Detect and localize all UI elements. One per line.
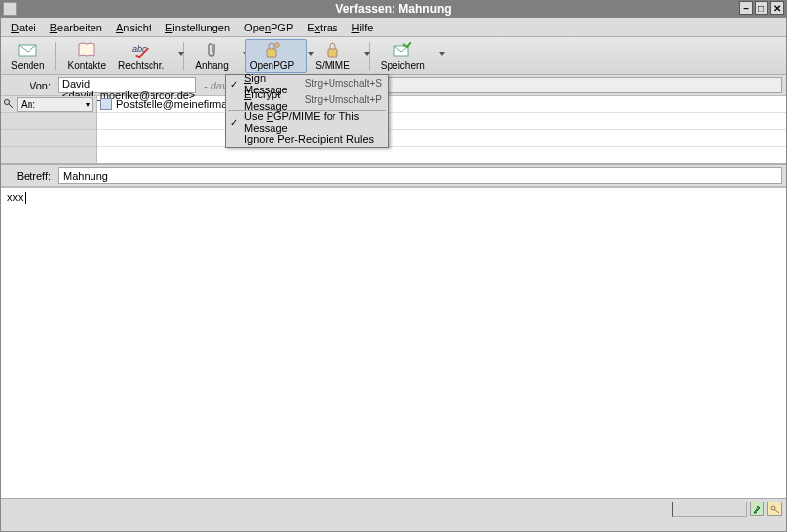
svg-line-9 <box>774 509 779 513</box>
paperclip-icon <box>202 41 221 59</box>
chevron-down-icon: ▾ <box>86 100 90 109</box>
menu-ansicht[interactable]: Ansicht <box>110 21 157 34</box>
spellcheck-button[interactable]: abc Rechtschr. <box>114 40 176 72</box>
minimize-button[interactable]: – <box>739 1 753 15</box>
menu-hilfe[interactable]: Hilfe <box>345 21 379 34</box>
attach-button[interactable]: Anhang <box>191 40 240 72</box>
menu-label: Ope <box>244 22 265 33</box>
menu-label: atei <box>19 22 36 33</box>
menu-shortcut: Strg+Umschalt+S <box>305 78 382 89</box>
menu-item-ignore-rules[interactable]: Ignore Per-Recipient Rules <box>226 130 388 147</box>
from-select[interactable]: David <david_moerike@arcor.de> <box>58 77 196 93</box>
menu-einstellungen[interactable]: Einstellungen <box>159 21 236 34</box>
window-title: Verfassen: Mahnung <box>0 2 787 16</box>
subject-row: Betreff: <box>1 165 786 187</box>
toolbar: Senden Kontakte abc Rechtschr. Anhang <box>1 37 786 75</box>
save-button[interactable]: Speichern <box>377 40 437 72</box>
svg-rect-2 <box>267 49 276 57</box>
recipient-row[interactable] <box>97 113 786 130</box>
dropdown-arrow-icon[interactable] <box>364 52 370 56</box>
menu-item-pgpmime[interactable]: ✓ Use PGP/MIME for This Message <box>226 113 388 130</box>
menu-item-encrypt[interactable]: Encrypt Message Strg+Umschalt+P <box>226 91 388 108</box>
attach-label: Anhang <box>195 60 228 71</box>
send-icon <box>18 41 37 59</box>
contacts-label: Kontakte <box>67 60 105 71</box>
menu-label: nsicht <box>123 22 151 33</box>
spellcheck-label: Rechtschr. <box>118 60 164 71</box>
lock-icon <box>323 41 342 59</box>
spellcheck-icon: abc <box>132 41 151 59</box>
book-icon <box>77 41 96 59</box>
message-body[interactable]: xxx <box>1 187 786 498</box>
menu-datei[interactable]: Datei <box>5 21 42 34</box>
menu-label: PGP <box>271 22 293 33</box>
menu-shortcut: Strg+Umschalt+P <box>305 94 382 105</box>
body-text: xxx <box>7 191 26 203</box>
recipients-area: An: ▾ Poststelle@meinefirma.com <box>1 96 786 165</box>
sign-status-icon[interactable] <box>750 502 764 516</box>
subject-label: Betreff: <box>5 170 54 182</box>
key-icon <box>4 99 14 109</box>
toolbar-separator <box>55 42 56 70</box>
smime-button[interactable]: S/MIME <box>311 40 362 72</box>
lock-key-icon <box>263 41 282 59</box>
menubar: Datei Bearbeiten Ansicht Einstellungen O… <box>1 18 786 37</box>
send-button[interactable]: Senden <box>7 40 48 72</box>
svg-point-8 <box>771 506 775 510</box>
statusbar <box>1 498 786 519</box>
svg-point-3 <box>274 43 278 47</box>
send-label: Senden <box>11 60 44 71</box>
recipient-type-select[interactable]: An: ▾ <box>17 97 93 112</box>
person-icon <box>100 98 112 110</box>
menu-item-label: Use <box>244 110 267 122</box>
menu-label: instellungen <box>172 22 230 33</box>
window-titlebar: Verfassen: Mahnung – □ ✕ <box>0 0 787 17</box>
menu-label: earbeiten <box>57 22 102 33</box>
menu-bearbeiten[interactable]: Bearbeiten <box>44 21 108 34</box>
menu-extras[interactable]: Extras <box>301 21 343 34</box>
recipient-type-column: An: ▾ <box>1 96 97 163</box>
dropdown-arrow-icon[interactable] <box>178 52 184 56</box>
menu-item-label: ncrypt Message <box>244 89 288 112</box>
menu-item-label: Ignore Per-Recipient Rules <box>244 133 374 145</box>
save-label: Speichern <box>381 60 425 71</box>
recipient-type-label: An: <box>21 99 35 110</box>
from-row: Von: David <david_moerike@arcor.de> - da… <box>1 75 786 96</box>
checkmark-icon: ✓ <box>230 117 238 128</box>
maximize-button[interactable]: □ <box>755 1 768 15</box>
menu-label: ilfe <box>359 22 373 33</box>
encrypt-status-icon[interactable] <box>767 502 782 516</box>
toolbar-separator <box>369 42 370 70</box>
openpgp-dropdown: ✓ Sign Message Strg+Umschalt+S Encrypt M… <box>225 74 389 148</box>
recipient-row[interactable]: Poststelle@meinefirma.com <box>97 96 786 113</box>
menu-openpgp[interactable]: OpenPGP <box>238 21 299 34</box>
from-label: Von: <box>5 80 54 91</box>
dropdown-arrow-icon[interactable] <box>439 52 445 56</box>
menu-label: tras <box>320 22 337 33</box>
close-button[interactable]: ✕ <box>770 1 784 15</box>
smime-label: S/MIME <box>315 60 350 71</box>
contacts-button[interactable]: Kontakte <box>63 40 109 72</box>
toolbar-separator <box>183 42 184 70</box>
recipient-row[interactable] <box>97 147 786 163</box>
recipient-values-column: Poststelle@meinefirma.com <box>97 96 786 163</box>
status-well <box>672 502 747 517</box>
openpgp-button[interactable]: OpenPGP <box>245 39 308 73</box>
svg-line-7 <box>9 104 14 109</box>
openpgp-label: OpenPGP <box>250 60 295 71</box>
menu-label: E <box>307 22 314 33</box>
recipient-row[interactable] <box>97 130 786 147</box>
save-icon <box>393 41 412 59</box>
svg-rect-4 <box>328 49 337 57</box>
checkmark-icon: ✓ <box>230 79 238 89</box>
subject-input[interactable] <box>58 167 782 184</box>
